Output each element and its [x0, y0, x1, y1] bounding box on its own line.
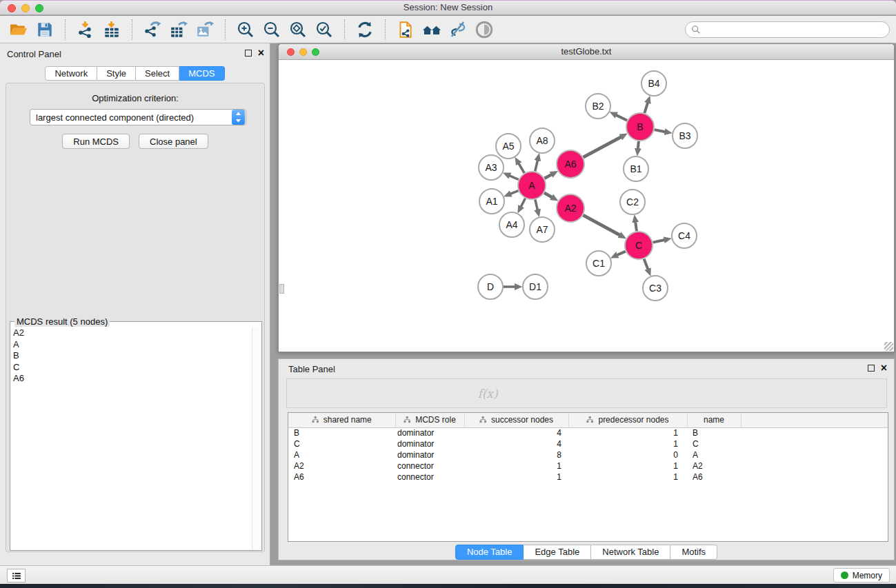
export-image-button[interactable] [194, 19, 216, 41]
result-item-a6[interactable]: A6 [11, 373, 251, 385]
edge-C-C3[interactable] [644, 259, 648, 270]
select-all-rows-button[interactable] [345, 381, 368, 406]
memory-button[interactable]: Memory [833, 568, 890, 582]
node-B3[interactable]: B3 [673, 123, 697, 148]
node-A2[interactable]: A2 [557, 194, 584, 222]
network-minimize-traffic-light-icon[interactable] [299, 48, 307, 56]
edge-B-B2[interactable] [615, 114, 627, 120]
node-A4[interactable]: A4 [499, 212, 524, 237]
float-table-panel-icon[interactable] [868, 365, 875, 372]
close-panel-button[interactable]: Close panel [139, 134, 208, 149]
hide-annotations-button[interactable] [447, 19, 469, 41]
edge-B-B1[interactable] [638, 141, 639, 150]
refresh-view-button[interactable] [354, 19, 376, 41]
split-panel-button[interactable] [319, 381, 342, 406]
add-row-button[interactable] [397, 381, 421, 406]
tab-network[interactable]: Network [45, 66, 97, 81]
edge-C-C2[interactable] [635, 221, 637, 232]
edge-A-A3[interactable] [509, 175, 519, 179]
table-row[interactable]: A2connector11A2 [288, 460, 888, 472]
node-A5[interactable]: A5 [496, 134, 521, 159]
minimize-traffic-light-icon[interactable] [21, 4, 30, 12]
node-A8[interactable]: A8 [530, 128, 555, 153]
column-header-mcds-role[interactable]: MCDS role [395, 413, 464, 427]
zoom-in-button[interactable] [235, 19, 257, 41]
zoom-fit-button[interactable] [287, 19, 309, 41]
node-C3[interactable]: C3 [643, 276, 668, 301]
zoom-out-button[interactable] [261, 19, 283, 41]
tab-node-table[interactable]: Node Table [455, 545, 524, 560]
save-session-button[interactable] [34, 19, 56, 41]
network-fullscreen-traffic-light-icon[interactable] [312, 48, 319, 56]
tab-style[interactable]: Style [97, 66, 136, 81]
network-close-traffic-light-icon[interactable] [287, 48, 295, 56]
result-item-a[interactable]: A [11, 339, 251, 351]
result-item-b[interactable]: B [11, 350, 251, 362]
column-header-shared-name[interactable]: shared name [288, 413, 395, 427]
column-header-name[interactable]: name [687, 413, 741, 427]
close-panel-icon[interactable]: × [258, 50, 264, 57]
corner-resize-grip[interactable] [884, 342, 893, 351]
import-network-file-button[interactable] [74, 19, 97, 41]
zoom-selected-button[interactable] [313, 19, 335, 41]
table-row[interactable]: Cdominator41C [288, 438, 888, 449]
edge-A-A5[interactable] [518, 163, 524, 173]
edge-C-C1[interactable] [617, 252, 626, 256]
node-A6[interactable]: A6 [557, 150, 584, 178]
node-B[interactable]: B [626, 113, 654, 141]
import-table-file-button[interactable] [101, 19, 123, 41]
export-table-button[interactable] [168, 19, 190, 41]
task-history-button[interactable] [7, 569, 26, 582]
result-item-a2[interactable]: A2 [11, 327, 251, 339]
edge-A-A7[interactable] [535, 199, 538, 210]
node-A7[interactable]: A7 [530, 217, 555, 242]
export-network-button[interactable] [141, 19, 163, 41]
node-A3[interactable]: A3 [479, 155, 504, 180]
tab-edge-table[interactable]: Edge Table [524, 545, 591, 560]
column-header-predecessor-nodes[interactable]: predecessor nodes [568, 413, 687, 427]
node-D[interactable]: D [478, 274, 503, 299]
tab-mcds[interactable]: MCDS [179, 66, 224, 81]
tab-motifs[interactable]: Motifs [670, 545, 717, 560]
search-box[interactable] [685, 21, 890, 38]
run-mcds-button[interactable]: Run MCDS [62, 134, 130, 149]
result-scrollbar[interactable] [252, 327, 261, 549]
column-header-successor-nodes[interactable]: successor nodes [464, 413, 568, 427]
close-traffic-light-icon[interactable] [8, 4, 16, 12]
edge-B-B3[interactable] [655, 130, 666, 132]
edge-A6-B[interactable] [584, 136, 622, 157]
node-C2[interactable]: C2 [620, 190, 645, 214]
node-B2[interactable]: B2 [586, 94, 610, 119]
node-A1[interactable]: A1 [479, 189, 504, 214]
edge-C-C4[interactable] [653, 240, 666, 243]
show-graphics-details-button[interactable] [473, 19, 495, 41]
edge-B-B4[interactable] [644, 102, 648, 113]
node-B4[interactable]: B4 [641, 71, 666, 96]
unselect-all-rows-button[interactable] [371, 381, 395, 406]
delete-row-button[interactable] [424, 381, 447, 406]
network-from-file-button[interactable] [395, 19, 417, 41]
tab-select[interactable]: Select [136, 66, 179, 81]
node-B1[interactable]: B1 [624, 156, 648, 181]
table-row[interactable]: A6connector11A6 [288, 472, 888, 483]
float-panel-icon[interactable] [245, 50, 252, 57]
table-row[interactable]: Bdominator41B [288, 427, 888, 438]
network-canvas-svg[interactable]: B4B2BB3B1A5A8A3AA1A4A7A6A2C2CC4C1C3DD1 [279, 60, 894, 352]
node-D1[interactable]: D1 [523, 274, 548, 299]
table-settings-button[interactable] [292, 381, 316, 406]
node-C4[interactable]: C4 [672, 223, 697, 248]
open-session-button[interactable] [8, 19, 30, 41]
edge-A2-C[interactable] [583, 215, 620, 236]
edge-A-A1[interactable] [510, 191, 519, 194]
node-C1[interactable]: C1 [586, 251, 611, 276]
close-table-panel-icon[interactable]: × [881, 365, 887, 372]
result-item-c[interactable]: C [11, 362, 251, 374]
edge-A-A8[interactable] [535, 159, 538, 171]
edge-A-A4[interactable] [521, 199, 526, 207]
tab-network-table[interactable]: Network Table [591, 545, 670, 560]
node-A[interactable]: A [518, 172, 546, 199]
node-C[interactable]: C [625, 232, 653, 259]
search-input[interactable] [704, 25, 884, 35]
home-button[interactable] [421, 19, 443, 41]
table-row[interactable]: Adominator80A [288, 449, 888, 460]
